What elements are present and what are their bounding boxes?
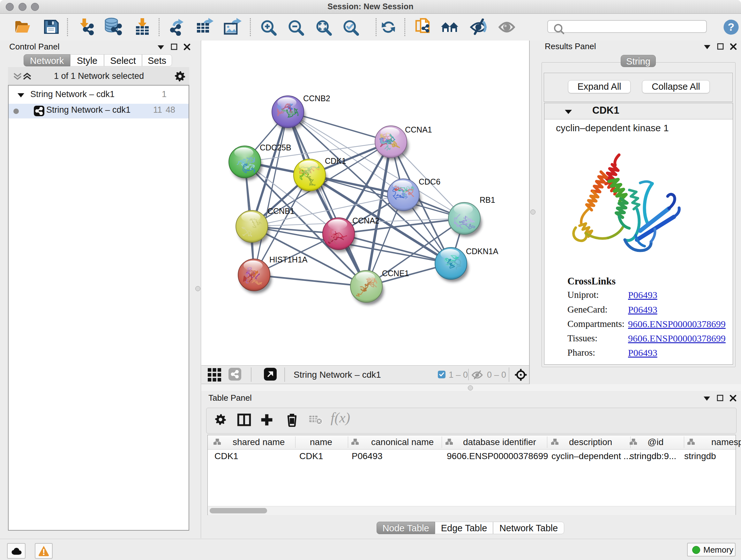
svg-text:HIST1H1A: HIST1H1A <box>269 255 308 264</box>
svg-text:CCNB1: CCNB1 <box>267 206 294 215</box>
svg-text:CDKN1A: CDKN1A <box>466 247 498 256</box>
svg-text:CCNE1: CCNE1 <box>382 269 409 278</box>
svg-text:RB1: RB1 <box>480 195 495 204</box>
svg-text:CCNA1: CCNA1 <box>405 125 432 134</box>
svg-text:CCNA2: CCNA2 <box>352 216 380 225</box>
svg-text:CDK1: CDK1 <box>325 157 346 165</box>
svg-text:CDC25B: CDC25B <box>260 143 291 152</box>
svg-text:CDC6: CDC6 <box>419 177 441 186</box>
svg-text:CCNB2: CCNB2 <box>303 94 330 103</box>
svg-text:?: ? <box>728 21 735 33</box>
